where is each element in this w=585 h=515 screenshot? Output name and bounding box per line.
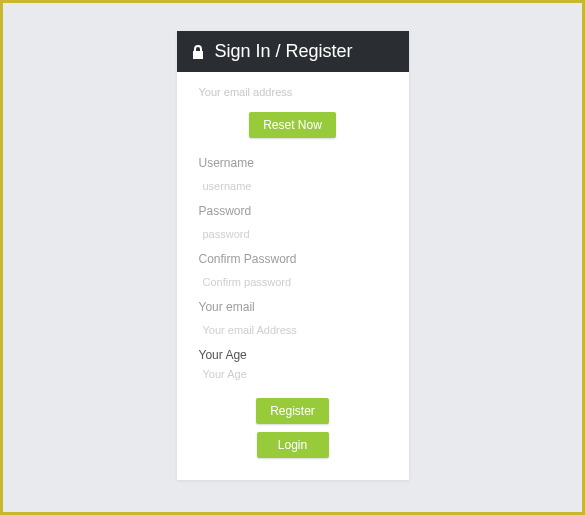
input-password[interactable]: [199, 226, 387, 242]
field-username: Username: [199, 156, 387, 194]
field-email: Your email: [199, 300, 387, 338]
field-password: Password: [199, 204, 387, 242]
field-age: Your Age: [199, 348, 387, 382]
card-body: Your email address Reset Now Username Pa…: [177, 72, 409, 480]
auth-card: Sign In / Register Your email address Re…: [177, 31, 409, 480]
card-header: Sign In / Register: [177, 31, 409, 72]
form-actions: Register Login: [199, 392, 387, 466]
label-email: Your email: [199, 300, 387, 314]
login-button[interactable]: Login: [257, 432, 329, 458]
label-confirm-password: Confirm Password: [199, 252, 387, 266]
input-email[interactable]: [199, 322, 387, 338]
field-confirm-password: Confirm Password: [199, 252, 387, 290]
input-age[interactable]: [199, 366, 387, 382]
label-username: Username: [199, 156, 387, 170]
lock-icon: [191, 44, 205, 60]
reset-email-hint: Your email address: [199, 86, 387, 98]
label-password: Password: [199, 204, 387, 218]
input-username[interactable]: [199, 178, 387, 194]
reset-now-button[interactable]: Reset Now: [249, 112, 336, 138]
card-title: Sign In / Register: [215, 41, 353, 62]
register-button[interactable]: Register: [256, 398, 329, 424]
input-confirm-password[interactable]: [199, 274, 387, 290]
label-age: Your Age: [199, 348, 387, 362]
